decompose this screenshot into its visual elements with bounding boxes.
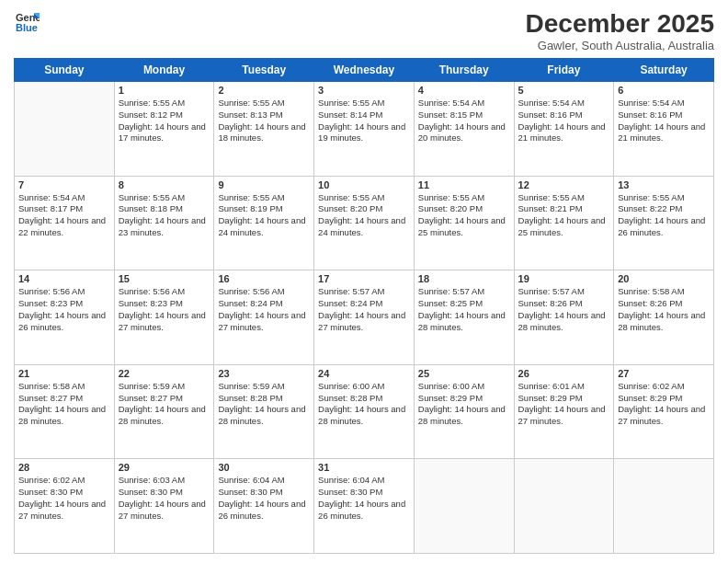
table-row: 25Sunrise: 6:00 AMSunset: 8:29 PMDayligh…: [414, 364, 514, 459]
cell-info: Sunrise: 5:55 AMSunset: 8:14 PMDaylight:…: [318, 98, 410, 144]
svg-text:Blue: Blue: [16, 22, 38, 33]
sunset-text: Sunset: 8:12 PM: [119, 109, 210, 121]
daylight-text: Daylight: 14 hours and 27 minutes.: [218, 310, 310, 334]
sunset-text: Sunset: 8:20 PM: [418, 203, 510, 215]
sunrise-text: Sunrise: 5:54 AM: [518, 98, 610, 109]
table-row: 3Sunrise: 5:55 AMSunset: 8:14 PMDaylight…: [314, 82, 415, 177]
table-row: 22Sunrise: 5:59 AMSunset: 8:27 PMDayligh…: [114, 364, 214, 459]
table-row: [414, 459, 514, 554]
table-row: 13Sunrise: 5:55 AMSunset: 8:22 PMDayligh…: [614, 176, 714, 270]
day-number: 15: [119, 273, 210, 284]
daylight-text: Daylight: 14 hours and 26 minutes.: [18, 310, 110, 334]
cell-info: Sunrise: 5:59 AMSunset: 8:28 PMDaylight:…: [218, 381, 310, 428]
cell-info: Sunrise: 5:56 AMSunset: 8:23 PMDaylight:…: [18, 286, 110, 333]
day-number: 11: [418, 179, 510, 190]
sunset-text: Sunset: 8:26 PM: [518, 298, 610, 310]
sunset-text: Sunset: 8:24 PM: [218, 298, 310, 310]
cell-info: Sunrise: 5:59 AMSunset: 8:27 PMDaylight:…: [119, 381, 210, 428]
cell-info: Sunrise: 5:54 AMSunset: 8:17 PMDaylight:…: [18, 192, 110, 239]
table-row: 6Sunrise: 5:54 AMSunset: 8:16 PMDaylight…: [614, 82, 714, 177]
day-number: 16: [218, 273, 310, 284]
table-row: [514, 459, 614, 554]
daylight-text: Daylight: 14 hours and 28 minutes.: [119, 404, 210, 428]
sunrise-text: Sunrise: 6:04 AM: [218, 475, 310, 487]
sunset-text: Sunset: 8:29 PM: [418, 393, 510, 405]
sunrise-text: Sunrise: 5:57 AM: [418, 286, 510, 298]
header: General Blue December 2025 Gawler, South…: [14, 9, 714, 52]
table-row: 4Sunrise: 5:54 AMSunset: 8:15 PMDaylight…: [414, 82, 514, 177]
sunrise-text: Sunrise: 5:55 AM: [318, 98, 410, 109]
cell-info: Sunrise: 5:55 AMSunset: 8:20 PMDaylight:…: [318, 192, 410, 239]
cell-info: Sunrise: 5:58 AMSunset: 8:26 PMDaylight:…: [618, 286, 710, 333]
day-number: 3: [318, 85, 410, 96]
cell-info: Sunrise: 6:03 AMSunset: 8:30 PMDaylight:…: [119, 475, 210, 522]
daylight-text: Daylight: 14 hours and 20 minutes.: [418, 121, 510, 145]
day-number: 12: [518, 179, 610, 190]
daylight-text: Daylight: 14 hours and 26 minutes.: [218, 499, 310, 523]
cell-info: Sunrise: 6:02 AMSunset: 8:30 PMDaylight:…: [18, 475, 110, 522]
sunset-text: Sunset: 8:30 PM: [218, 487, 310, 499]
sunrise-text: Sunrise: 5:54 AM: [618, 98, 710, 109]
sunset-text: Sunset: 8:16 PM: [518, 109, 610, 121]
table-row: 12Sunrise: 5:55 AMSunset: 8:21 PMDayligh…: [514, 176, 614, 270]
sunset-text: Sunset: 8:26 PM: [618, 298, 710, 310]
day-number: 19: [518, 273, 610, 284]
daylight-text: Daylight: 14 hours and 26 minutes.: [318, 499, 410, 523]
sunset-text: Sunset: 8:14 PM: [318, 109, 410, 121]
col-thursday: Thursday: [414, 59, 514, 82]
sunrise-text: Sunrise: 5:55 AM: [318, 192, 410, 204]
daylight-text: Daylight: 14 hours and 25 minutes.: [518, 215, 610, 239]
daylight-text: Daylight: 14 hours and 28 minutes.: [218, 404, 310, 428]
cell-info: Sunrise: 6:00 AMSunset: 8:28 PMDaylight:…: [318, 381, 410, 428]
cell-info: Sunrise: 5:55 AMSunset: 8:22 PMDaylight:…: [618, 192, 710, 239]
day-number: 20: [618, 273, 710, 284]
col-friday: Friday: [514, 59, 614, 82]
sunset-text: Sunset: 8:17 PM: [18, 203, 110, 215]
table-row: 14Sunrise: 5:56 AMSunset: 8:23 PMDayligh…: [15, 270, 115, 365]
cell-info: Sunrise: 6:04 AMSunset: 8:30 PMDaylight:…: [318, 475, 410, 522]
sunrise-text: Sunrise: 5:55 AM: [618, 192, 710, 204]
sunset-text: Sunset: 8:23 PM: [119, 298, 210, 310]
cell-info: Sunrise: 5:56 AMSunset: 8:23 PMDaylight:…: [119, 286, 210, 333]
cell-info: Sunrise: 5:55 AMSunset: 8:20 PMDaylight:…: [418, 192, 510, 239]
cell-info: Sunrise: 5:57 AMSunset: 8:26 PMDaylight:…: [518, 286, 610, 333]
daylight-text: Daylight: 14 hours and 24 minutes.: [318, 215, 410, 239]
sunrise-text: Sunrise: 5:59 AM: [119, 381, 210, 393]
table-row: 7Sunrise: 5:54 AMSunset: 8:17 PMDaylight…: [15, 176, 115, 270]
cell-info: Sunrise: 5:55 AMSunset: 8:18 PMDaylight:…: [119, 192, 210, 239]
table-row: 24Sunrise: 6:00 AMSunset: 8:28 PMDayligh…: [314, 364, 415, 459]
col-tuesday: Tuesday: [214, 59, 314, 82]
daylight-text: Daylight: 14 hours and 28 minutes.: [618, 310, 710, 334]
table-row: 20Sunrise: 5:58 AMSunset: 8:26 PMDayligh…: [614, 270, 714, 365]
table-row: 9Sunrise: 5:55 AMSunset: 8:19 PMDaylight…: [214, 176, 314, 270]
sunrise-text: Sunrise: 5:55 AM: [218, 98, 310, 109]
sunrise-text: Sunrise: 5:55 AM: [518, 192, 610, 204]
daylight-text: Daylight: 14 hours and 19 minutes.: [318, 121, 410, 145]
sunset-text: Sunset: 8:25 PM: [418, 298, 510, 310]
day-number: 24: [318, 368, 410, 379]
daylight-text: Daylight: 14 hours and 24 minutes.: [218, 215, 310, 239]
cell-info: Sunrise: 6:04 AMSunset: 8:30 PMDaylight:…: [218, 475, 310, 522]
table-row: 23Sunrise: 5:59 AMSunset: 8:28 PMDayligh…: [214, 364, 314, 459]
table-row: 29Sunrise: 6:03 AMSunset: 8:30 PMDayligh…: [114, 459, 214, 554]
day-number: 18: [418, 273, 510, 284]
sunrise-text: Sunrise: 5:55 AM: [119, 192, 210, 204]
day-number: 26: [518, 368, 610, 379]
col-sunday: Sunday: [15, 59, 115, 82]
logo: General Blue: [14, 9, 40, 35]
day-number: 2: [218, 85, 310, 96]
sunrise-text: Sunrise: 5:57 AM: [518, 286, 610, 298]
table-row: 11Sunrise: 5:55 AMSunset: 8:20 PMDayligh…: [414, 176, 514, 270]
sunset-text: Sunset: 8:27 PM: [18, 393, 110, 405]
sunset-text: Sunset: 8:16 PM: [618, 109, 710, 121]
day-number: 21: [18, 368, 110, 379]
daylight-text: Daylight: 14 hours and 28 minutes.: [418, 404, 510, 428]
daylight-text: Daylight: 14 hours and 17 minutes.: [119, 121, 210, 145]
cell-info: Sunrise: 5:56 AMSunset: 8:24 PMDaylight:…: [218, 286, 310, 333]
sunset-text: Sunset: 8:22 PM: [618, 203, 710, 215]
table-row: 1Sunrise: 5:55 AMSunset: 8:12 PMDaylight…: [114, 82, 214, 177]
sunrise-text: Sunrise: 5:54 AM: [418, 98, 510, 109]
day-number: 23: [218, 368, 310, 379]
sunset-text: Sunset: 8:21 PM: [518, 203, 610, 215]
table-row: 8Sunrise: 5:55 AMSunset: 8:18 PMDaylight…: [114, 176, 214, 270]
